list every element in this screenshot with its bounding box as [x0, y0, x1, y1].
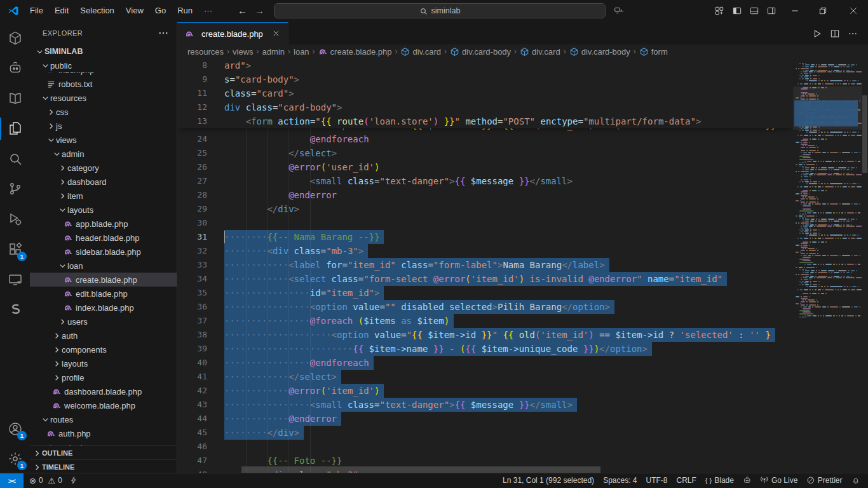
line-number[interactable]: 28: [177, 188, 207, 202]
tree-item-create.blade.php[interactable]: create.blade.php: [30, 273, 177, 287]
tree-item-views[interactable]: views: [30, 133, 177, 147]
code-line-13[interactable]: 13 <form action="{{ route('loan.store') …: [177, 114, 793, 128]
minimize-icon[interactable]: [786, 0, 804, 22]
code-line-8[interactable]: 8ard">: [177, 58, 793, 72]
nav-forward-icon[interactable]: →: [255, 0, 264, 22]
code-line-24[interactable]: 24 @endforeach: [177, 132, 793, 146]
toggle-secondary-sidebar-icon[interactable]: [763, 0, 780, 22]
code-line-33[interactable]: 33············<label for="item_id" class…: [177, 258, 793, 272]
status-copilot[interactable]: [738, 473, 756, 487]
tree-item-layouts[interactable]: layouts: [30, 203, 177, 217]
menu-view[interactable]: View: [120, 0, 149, 22]
line-number[interactable]: 11: [177, 86, 207, 100]
activity-search-icon[interactable]: [0, 144, 30, 173]
code-line-39[interactable]: 39························{{ $item->name…: [177, 342, 793, 356]
line-number[interactable]: 45: [177, 426, 207, 440]
code-line-44[interactable]: 44············@enderror: [177, 412, 793, 426]
toggle-primary-sidebar-icon[interactable]: [728, 0, 746, 22]
run-file-icon[interactable]: [808, 22, 826, 44]
status-prettier[interactable]: Prettier: [802, 473, 846, 487]
code-content[interactable]: 23 <option value="{{ $user->id }}" {{ ol…: [177, 128, 793, 473]
code-line-12[interactable]: 12div class="card-body">: [177, 100, 793, 114]
status-language-mode[interactable]: { }Blade: [701, 473, 738, 487]
line-number[interactable]: 27: [177, 174, 207, 188]
line-number[interactable]: 42: [177, 384, 207, 398]
tree-item-profile[interactable]: profile: [30, 370, 177, 384]
line-number[interactable]: 32: [177, 244, 207, 258]
code-line-42[interactable]: 42············@error('item_id'): [177, 384, 793, 398]
line-number[interactable]: 34: [177, 272, 207, 286]
activity-source-control-icon[interactable]: [0, 174, 30, 204]
tab-close-icon[interactable]: [271, 29, 281, 39]
menu-go[interactable]: Go: [149, 0, 172, 22]
status-go-live[interactable]: Go Live: [756, 473, 802, 487]
line-number[interactable]: 8: [177, 58, 207, 72]
code-line-41[interactable]: 41············</select>: [177, 370, 793, 384]
minimap[interactable]: [793, 58, 862, 473]
tree-item-index.php[interactable]: index.php: [30, 72, 177, 77]
tree-item-header.blade.php[interactable]: header.blade.php: [30, 231, 177, 245]
line-number[interactable]: 39: [177, 342, 207, 356]
status-encoding[interactable]: UTF-8: [642, 473, 672, 487]
code-line-31[interactable]: 31········{{-- Nama Barang --}}: [177, 230, 793, 244]
code-line-43[interactable]: 43················<small class="text-dan…: [177, 398, 793, 412]
line-number[interactable]: 40: [177, 356, 207, 370]
code-line-32[interactable]: 32········<div class="mb-3">: [177, 244, 793, 258]
code-line-36[interactable]: 36················<option value="" disab…: [177, 300, 793, 314]
activity-remote-explorer-icon[interactable]: [0, 264, 30, 294]
breadcrumb-item-resources[interactable]: resources: [187, 47, 224, 57]
activity-container-icon[interactable]: [0, 23, 30, 53]
tree-item-item[interactable]: item: [30, 189, 177, 203]
line-number[interactable]: 9: [177, 72, 207, 86]
tree-item-routes[interactable]: routes: [30, 412, 177, 426]
vertical-scrollbar[interactable]: [862, 58, 868, 473]
line-number[interactable]: 43: [177, 398, 207, 412]
tab-create-blade[interactable]: create.blade.php: [177, 22, 288, 44]
line-number[interactable]: 13: [177, 114, 207, 128]
breadcrumb-item-form[interactable]: form: [639, 47, 668, 57]
line-number[interactable]: 41: [177, 370, 207, 384]
line-number[interactable]: 30: [177, 216, 207, 230]
panel-outline[interactable]: OUTLINE: [30, 445, 177, 460]
code-line-11[interactable]: 11class="card">: [177, 86, 793, 100]
code-line-34[interactable]: 34············<select class="form-select…: [177, 272, 793, 286]
thunder-client-icon[interactable]: [67, 473, 80, 487]
line-number[interactable]: 37: [177, 314, 207, 328]
tree-item-app.blade.php[interactable]: app.blade.php: [30, 217, 177, 231]
tree-item-public[interactable]: public: [30, 58, 177, 72]
breadcrumb-item-div.card[interactable]: div.card: [400, 47, 441, 57]
tree-item-css[interactable]: css: [30, 105, 177, 119]
code-line-25[interactable]: 25 </select>: [177, 146, 793, 160]
activity-sqltools-icon[interactable]: [0, 295, 30, 325]
tree-item-welcome.blade.php[interactable]: welcome.blade.php: [30, 398, 177, 412]
line-number[interactable]: 47: [177, 454, 207, 468]
code-line-37[interactable]: 37················@foreach ($items as $i…: [177, 314, 793, 328]
split-editor-icon[interactable]: [826, 22, 844, 44]
activity-docs-book-icon[interactable]: [0, 83, 30, 113]
activity-run-debug-icon[interactable]: [0, 204, 30, 234]
activity-extensions-icon[interactable]: 1: [0, 234, 30, 264]
activity-settings-gear-icon[interactable]: 1: [0, 444, 30, 473]
code-line-38[interactable]: 38····················<option value="{{ …: [177, 328, 793, 342]
menu-edit[interactable]: Edit: [49, 0, 74, 22]
breadcrumb-item-views[interactable]: views: [233, 47, 254, 57]
menu-[interactable]: ···: [198, 0, 218, 22]
line-number[interactable]: 31: [177, 230, 207, 244]
line-number[interactable]: 35: [177, 286, 207, 300]
code-line-35[interactable]: 35················id="item_id">: [177, 286, 793, 300]
menu-selection[interactable]: Selection: [74, 0, 119, 22]
line-number[interactable]: 38: [177, 328, 207, 342]
tree-item-robots.txt[interactable]: robots.txt: [30, 77, 177, 91]
tree-item-index.blade.php[interactable]: index.blade.php: [30, 301, 177, 315]
editor-more-actions-icon[interactable]: [844, 22, 862, 44]
tree-item-siminlab[interactable]: SIMINLAB: [30, 44, 177, 58]
code-line-27[interactable]: 27 <small class="text-danger">{{ $messag…: [177, 174, 793, 188]
breadcrumb-item-create.blade.php[interactable]: create.blade.php: [318, 47, 392, 57]
tree-item-admin[interactable]: admin: [30, 147, 177, 161]
status-notifications[interactable]: [847, 473, 865, 487]
breadcrumb-item-admin[interactable]: admin: [262, 47, 285, 57]
code-area[interactable]: 8ard">9s="card-body">11class="card">12di…: [177, 58, 868, 473]
code-line-28[interactable]: 28 @enderror: [177, 188, 793, 202]
activity-explorer-icon[interactable]: [0, 114, 30, 144]
activity-account-icon[interactable]: 1: [0, 414, 30, 444]
